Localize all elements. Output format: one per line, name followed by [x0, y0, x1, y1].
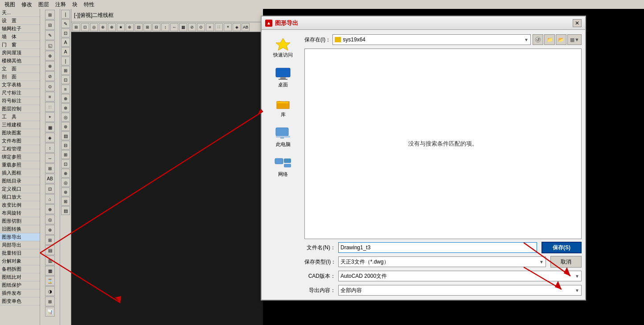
cad-tool-15[interactable]: ⊙ [197, 23, 205, 31]
toolbar2-btn-16[interactable]: ⊞ [61, 150, 70, 159]
toolbar-btn-2[interactable]: ⊟ [45, 20, 55, 30]
sidebar-item-axis[interactable]: 轴网柱子 [0, 25, 40, 33]
toolbar2-btn-4[interactable]: A [61, 38, 70, 47]
toolbar2-btn-20[interactable]: ⊛ [61, 187, 70, 196]
toolbar-btn-10[interactable]: ∷ [45, 102, 55, 112]
sidebar-item-define-viewport[interactable]: 定义视口 [0, 185, 40, 193]
toolbar-btn-21[interactable]: ◎ [45, 215, 55, 224]
sidebar-item-export[interactable]: 图形导出 [0, 233, 40, 241]
toolbar-btn-28[interactable]: ◑ [45, 286, 55, 296]
sidebar-item-layout-rotate[interactable]: 布局旋转 [0, 209, 40, 217]
cad-canvas[interactable] [71, 22, 263, 325]
location-btn-back[interactable]: ↺ [533, 34, 543, 45]
cad-tool-11[interactable]: ↕ [161, 23, 169, 31]
sidebar-item-3d[interactable]: 三维建模 [0, 121, 40, 129]
cad-tool-12[interactable]: ↔ [170, 23, 178, 31]
sidebar-item-tianzheng[interactable]: 天... [0, 9, 40, 17]
nav-desktop[interactable]: 桌面 [267, 63, 299, 91]
toolbar2-btn-3[interactable]: ⊡ [61, 28, 70, 37]
cadversion-select[interactable]: AutoCAD 2000文件 ▼ [338, 271, 582, 281]
location-dropdown[interactable]: sys19x64 ▼ [332, 34, 531, 45]
toolbar2-btn-17[interactable]: ⊡ [61, 159, 70, 168]
sidebar-item-bind[interactable]: 绑定参照 [0, 153, 40, 161]
toolbar-btn-25[interactable]: ▥ [45, 256, 55, 265]
sidebar-item-text[interactable]: 文字表格 [0, 81, 40, 89]
cad-tool-17[interactable]: ∷ [215, 23, 223, 31]
exportcontent-select[interactable]: 全部内容 ▼ [338, 285, 582, 296]
cad-tool-14[interactable]: ⊘ [188, 23, 196, 31]
location-btn-view[interactable]: ▦▼ [567, 34, 582, 45]
toolbar-btn-7[interactable]: ⊘ [45, 71, 55, 81]
toolbar2-btn-9[interactable]: ≡ [61, 85, 70, 93]
filename-input[interactable] [338, 242, 537, 253]
nav-library[interactable]: 库 [267, 93, 299, 121]
toolbar2-btn-1[interactable]: | [61, 10, 70, 19]
save-button[interactable]: 保存(S) [541, 242, 582, 253]
toolbar-btn-30[interactable]: 📊 [45, 307, 55, 317]
toolbar-btn-19[interactable]: ⌂ [45, 194, 55, 204]
toolbar-btn-12[interactable]: ▦ [45, 122, 55, 132]
toolbar-btn-3[interactable]: ✎ [45, 30, 55, 40]
toolbar-btn-18[interactable]: ⊡ [45, 184, 55, 194]
toolbar-btn-26[interactable]: ▦ [45, 266, 55, 276]
cad-tool-10[interactable]: ⊟ [152, 23, 160, 31]
sidebar-item-settings[interactable]: 设 置 [0, 17, 40, 25]
nav-quick-access[interactable]: 快速访问 [267, 33, 299, 61]
cad-tool-5[interactable]: ⊗ [108, 23, 116, 31]
cad-tool-19[interactable]: ◈ [233, 23, 241, 31]
cad-tool-6[interactable]: ★ [117, 23, 125, 31]
toolbar2-btn-12[interactable]: ◎ [61, 113, 70, 122]
toolbar2-btn-7[interactable]: ⊞ [61, 66, 70, 75]
menu-annotate[interactable]: 注释 [53, 1, 69, 8]
toolbar2-btn-8[interactable]: ⊡ [61, 75, 70, 84]
toolbar-btn-4[interactable]: ◱ [45, 41, 55, 50]
sidebar-item-compare[interactable]: 图纸比对 [0, 273, 40, 281]
toolbar2-btn-6[interactable]: | [61, 57, 70, 65]
cad-tool-16[interactable]: ≡ [206, 23, 214, 31]
cad-tool-7[interactable]: ⊛ [126, 23, 134, 31]
nav-this-pc[interactable]: 此电脑 [267, 123, 299, 151]
menu-block[interactable]: 块 [70, 1, 80, 8]
toolbar-btn-11[interactable]: ⌖ [45, 112, 55, 122]
savetype-select[interactable]: 天正3文件（*.dwg） ▼ [338, 256, 546, 267]
toolbar-btn-22[interactable]: ⊛ [45, 225, 55, 235]
sidebar-item-wall[interactable]: 墙 体 [0, 33, 40, 41]
toolbar2-btn-15[interactable]: ⊟ [61, 141, 70, 150]
menu-view[interactable]: 视图 [2, 1, 18, 8]
cad-tool-1[interactable]: ⊞ [72, 23, 80, 31]
sidebar-item-plugin[interactable]: 插件发布 [0, 289, 40, 297]
cad-tool-2[interactable]: ⊡ [81, 23, 89, 31]
toolbar-btn-16[interactable]: ⊞ [45, 163, 55, 173]
toolbar-btn-24[interactable]: ▤ [45, 245, 55, 255]
sidebar-item-insert-frame[interactable]: 插入图框 [0, 169, 40, 177]
sidebar-item-door[interactable]: 门 窗 [0, 41, 40, 49]
cad-tool-13[interactable]: ▦ [179, 23, 187, 31]
toolbar-btn-14[interactable]: ↕ [45, 143, 55, 153]
toolbar2-btn-22[interactable]: ▤ [61, 206, 70, 215]
cad-tool-20[interactable]: AB [242, 23, 250, 31]
sidebar-item-old-convert[interactable]: 旧图转换 [0, 225, 40, 233]
sidebar-item-room[interactable]: 房间屋顶 [0, 49, 40, 57]
sidebar-item-protect[interactable]: 图纸保护 [0, 281, 40, 289]
toolbar-btn-27[interactable]: ⌛ [45, 276, 55, 286]
cad-tool-4[interactable]: ⊕ [99, 23, 107, 31]
menu-properties[interactable]: 特性 [81, 1, 97, 8]
nav-network[interactable]: 网络 [267, 153, 299, 181]
toolbar2-btn-19[interactable]: ◎ [61, 178, 70, 187]
toolbar-btn-8[interactable]: ⊙ [45, 81, 55, 91]
toolbar-btn-23[interactable]: ⊞ [45, 235, 55, 245]
sidebar-item-cut[interactable]: 图形切割 [0, 217, 40, 225]
sidebar-item-block[interactable]: 图块图案 [0, 129, 40, 137]
menu-modify[interactable]: 修改 [19, 1, 35, 8]
toolbar2-btn-14[interactable]: ▤ [61, 131, 70, 140]
sidebar-item-decompose[interactable]: 分解对象 [0, 257, 40, 265]
sidebar-item-dim[interactable]: 尺寸标注 [0, 89, 40, 97]
sidebar-item-change-scale[interactable]: 改变比例 [0, 201, 40, 209]
sidebar-item-partial-export[interactable]: 局部导出 [0, 241, 40, 249]
cad-tool-8[interactable]: ▤ [135, 23, 143, 31]
sidebar-item-archive[interactable]: 备档拆图 [0, 265, 40, 273]
sidebar-item-elevation[interactable]: 立 面 [0, 65, 40, 73]
toolbar2-btn-5[interactable]: A [61, 47, 70, 56]
location-btn-new-folder[interactable]: 📂 [556, 34, 566, 45]
toolbar2-btn-2[interactable]: ✎ [61, 19, 70, 28]
